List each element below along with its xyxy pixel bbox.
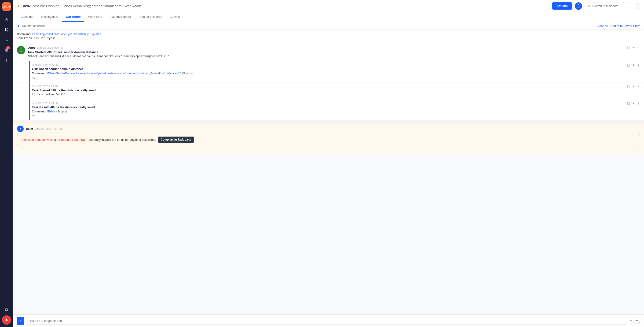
scroll-down-button[interactable]: ▲ [634,317,640,323]
paused-dbot-icon: ! [17,126,24,132]
msg2-checkbox[interactable]: ☐ [627,64,630,67]
main-content: ★ #207 Possible Phishing - Jonas.Versail… [13,0,644,327]
paused-alert: Execution paused, waiting for manual inp… [17,134,640,145]
msg2-actions: ☐ ⚑ ⋮ [627,64,640,67]
paused-text: Execution paused, waiting for manual inp… [20,138,79,141]
tab-investigation[interactable]: Investigation [37,12,62,22]
tab-war-room[interactable]: War Room [62,12,84,22]
svg-rect-3 [22,50,23,51]
message-block-3: ☐ ⚑ ⋮ June 20, 2023 4:39 PM Task Started… [13,83,644,99]
to-saved-text: to [617,24,620,28]
tab-evidence-board[interactable]: Evidence Board [106,12,135,22]
tab-case-info[interactable]: Case info [17,12,37,22]
msg2-scripts: (Scripts) [182,72,192,75]
topbar: ★ #207 Possible Phishing - Jonas.Versail… [13,0,644,12]
msg4-task-title: Task Result #89: Is the distance really … [32,105,640,109]
msg1-checkbox[interactable]: ☐ [627,46,630,50]
msg4-command: Command: !Exists (Scripts) [32,110,640,113]
alert-input-button[interactable]: ! [17,317,24,325]
msg4-actions: ☐ ⚑ ⋮ [627,102,640,105]
blue-bar-4 [29,99,30,120]
paused-task-desc: Manually inspect the email for anything … [88,138,156,141]
condition-result: Condition result: "yes" [17,37,640,40]
blue-bar-2 [29,61,30,82]
msg2-flag[interactable]: ⚑ [632,64,635,67]
msg2-result: no [32,76,640,79]
msg3-more[interactable]: ⋮ [637,85,640,89]
logo-text: XSOAR [2,5,11,8]
msg1-flag[interactable]: ⚑ [632,46,635,50]
msg1-author: DBot [28,46,35,50]
marketplace-badge: 34 [6,46,10,49]
msg4-cmd-link[interactable]: !Exists [47,110,56,113]
svg-rect-5 [21,47,21,48]
xsoar-logo[interactable]: XSOAR [2,2,11,11]
msg2-task-title: #30: Check sender domain distance [32,67,640,71]
svg-rect-6 [18,50,19,51]
msg2-cmd-label: Command: [32,72,46,75]
pre-block: Command: Executing conditions: Label: ye… [13,30,644,43]
msg2-more[interactable]: ⋮ [637,64,640,67]
msg3-time: June 20, 2023 4:39 PM [32,85,640,88]
msg2-command: Command: !CheckSenderDomainDistance doma… [32,72,640,75]
msg5-time: June 20, 2023 4:39 PM [35,127,62,130]
msg4-cmd-label: Command: [32,110,46,113]
filter-bar: ▼ No filter selected Clear all Add to to… [13,22,644,30]
command-label: Command: [17,33,32,36]
more-options-button[interactable]: ⋮ [575,2,582,10]
svg-rect-2 [20,50,20,51]
message-block-2: ☐ ⚑ ⋮ June 20, 2023 4:39 PM #30: Check s… [13,61,644,83]
tab-related-incidents[interactable]: Related Incidents [135,12,166,22]
msg1-time: June 20, 2023 4:39 PM [37,46,64,49]
msg4-more[interactable]: ⋮ [637,102,640,105]
sidebar: XSOAR 34 [0,0,13,327]
command-link[interactable]: Executing conditions: Label: yes, Condit… [32,33,102,36]
sidebar-bottom [2,305,11,325]
msg4-flag[interactable]: ⚑ [632,102,635,105]
msg2-cmd-link[interactable]: !CheckSenderDomainDistance domain="paloa… [47,72,181,75]
message-block-1: DBot June 20, 2023 4:39 PM Task Started … [13,43,644,61]
sidebar-item-marketplace[interactable]: 34 [2,46,11,55]
war-room-content: Command: Executing conditions: Label: ye… [13,30,644,314]
complete-task-button[interactable]: Complete in Task pane [158,137,194,143]
markdown-icon[interactable]: M↓ [630,319,634,322]
tab-work-plan[interactable]: Work Plan [84,12,106,22]
nav-tabs: Case info Investigation War Room Work Pl… [13,12,644,22]
msg4-checkbox[interactable]: ☐ [627,102,630,105]
clear-all-link[interactable]: Clear all [596,24,608,28]
message-block-5: ! DBot June 20, 2023 4:39 PM ⋮ Execution… [13,123,644,153]
favorite-star[interactable]: ★ [17,4,20,8]
msg3-task-title: Task Started #89: Is the distance really… [32,89,640,92]
sidebar-item-star[interactable] [2,15,11,24]
msg3-flag[interactable]: ⚑ [632,85,635,89]
msg1-command: !CheckSenderDomainDistance domain="paloa… [28,55,625,58]
add-filter-text: Add to to Saved filters [610,24,640,28]
incident-name: Possible Phishing - Jonas.Versailles@bor… [32,4,141,8]
msg5-more[interactable]: ⋮ [637,127,640,131]
msg4-scripts: (Scripts) [56,110,67,113]
svg-rect-7 [23,50,24,51]
actions-button[interactable]: Actions [552,2,572,10]
sidebar-item-lightning[interactable] [2,56,11,65]
msg3-checkbox[interactable]: ☐ [627,85,630,89]
msg1-more[interactable]: ⋮ [637,46,640,50]
add-filter-link[interactable]: Add [610,24,616,28]
saved-filters-link[interactable]: to Saved filters [620,24,640,28]
search-input[interactable] [592,4,628,8]
search-box [585,3,632,9]
search-icon [588,5,591,8]
tab-canvas[interactable]: Canvas [166,12,184,22]
dbot-avatar-1 [17,46,25,54]
msg3-command: !Exists value="null" [32,93,640,96]
msg2-time: June 20, 2023 4:39 PM [32,64,640,66]
paused-task-num: #31: [80,138,86,141]
help-button[interactable]: ? [635,3,640,9]
sidebar-item-tasks[interactable] [2,35,11,45]
sidebar-item-settings[interactable] [2,305,11,314]
sidebar-item-incidents[interactable] [2,25,11,34]
war-room-input[interactable] [27,317,628,325]
msg4-result: no [32,114,640,118]
msg3-actions: ☐ ⚑ ⋮ [627,85,640,89]
sidebar-item-user[interactable] [2,315,11,325]
filter-text: No filter selected [22,24,596,28]
